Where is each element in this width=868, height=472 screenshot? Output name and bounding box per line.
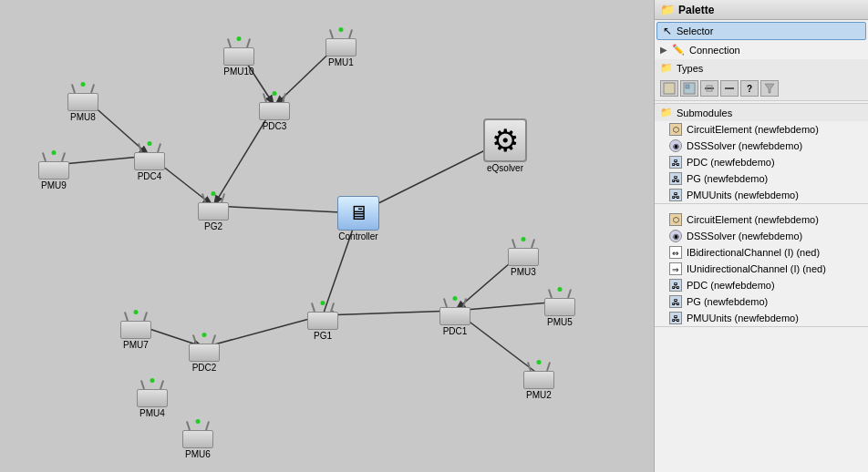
palette-item-pmu[interactable]: 🖧PMUUnits (newfebdemo) <box>655 187 868 203</box>
submodules-section-header-1[interactable]: 📁 Submodules <box>655 104 868 121</box>
types-folder-icon: 📁 <box>660 62 673 74</box>
node-pdc4[interactable]: PDC4 <box>132 141 167 181</box>
device-icon <box>257 91 292 120</box>
node-label: PG1 <box>314 331 332 341</box>
node-pmu7[interactable]: PMU7 <box>119 310 153 350</box>
pmu-icon2: 🖧 <box>669 312 682 324</box>
palette-item2-pg[interactable]: 🖧PG (newfebdemo) <box>655 293 868 310</box>
connection-pencil-icon: ✏️ <box>672 44 685 56</box>
node-label: PDC3 <box>263 121 287 131</box>
device-icon <box>542 287 577 316</box>
palette-connection-item[interactable]: ▶ ✏️ Connection <box>655 42 868 57</box>
submodules-section-1: 📁 Submodules ⬡CircuitElement (newfebdemo… <box>655 104 868 204</box>
channel-icon <box>703 82 716 95</box>
node-pdc1[interactable]: PDC1 <box>438 296 472 336</box>
device-icon <box>506 237 541 266</box>
svg-rect-3 <box>686 85 689 88</box>
toolbar-btn-3[interactable] <box>700 80 718 97</box>
device-icon <box>66 82 100 111</box>
selector-label: Selector <box>677 26 713 36</box>
node-label: PMU6 <box>185 449 211 459</box>
node-pmu1[interactable]: PMU1 <box>324 27 358 67</box>
node-label: PMU8 <box>70 112 96 122</box>
node-pdc2[interactable]: PDC2 <box>187 333 222 373</box>
node-pmu8[interactable]: PMU8 <box>66 82 100 122</box>
pmu-icon: 🖧 <box>669 189 682 201</box>
node-pmu5[interactable]: PMU5 <box>542 287 577 327</box>
dss-icon2: ◉ <box>669 230 682 242</box>
device-icon <box>181 419 215 448</box>
node-pmu9[interactable]: PMU9 <box>36 150 71 190</box>
node-pdc3[interactable]: PDC3 <box>257 91 292 131</box>
toolbar-btn-1[interactable] <box>660 80 678 97</box>
connection-line <box>323 311 455 315</box>
node-pmu4[interactable]: PMU4 <box>135 378 170 418</box>
device-icon <box>132 141 167 170</box>
line-icon <box>723 82 736 95</box>
palette-header: 📁 Palette <box>655 0 868 20</box>
types-section-header[interactable]: 📁 Types <box>655 59 868 77</box>
connections-svg <box>0 0 654 472</box>
node-label: PDC2 <box>192 363 217 373</box>
dss-icon: ◉ <box>669 139 682 152</box>
palette-item-pdc[interactable]: 🖧PDC (newfebdemo) <box>655 154 868 170</box>
toolbar-btn-4[interactable] <box>720 80 739 97</box>
unidir-icon2: ⇒ <box>669 262 682 275</box>
connection-chevron: ▶ <box>660 45 667 55</box>
device-icon <box>187 333 222 362</box>
node-label: PDC4 <box>138 171 162 181</box>
node-label: PMU10 <box>223 67 253 77</box>
palette-item-label: DSSSolver (newfebdemo) <box>687 140 802 151</box>
palette-item-label2: PDC (newfebdemo) <box>687 280 775 291</box>
node-label: Controller <box>338 231 377 241</box>
pdc-icon2: 🖧 <box>669 279 682 292</box>
palette-item-circuit[interactable]: ⬡CircuitElement (newfebdemo) <box>655 121 868 138</box>
palette-item-label: PMUUnits (newfebdemo) <box>687 190 799 200</box>
palette-item-label: CircuitElement (newfebdemo) <box>687 124 819 135</box>
palette-item2-bidir[interactable]: ⇔IBidirectionalChannel (I) (ned) <box>655 244 868 261</box>
palette-item-label2: CircuitElement (newfebdemo) <box>687 214 819 225</box>
selector-cursor-icon: ↖ <box>663 25 672 37</box>
palette-item-label2: DSSSolver (newfebdemo) <box>687 231 802 241</box>
palette-item2-dss[interactable]: ◉DSSSolver (newfebdemo) <box>655 228 868 244</box>
separator <box>655 204 868 211</box>
toolbar-btn-5[interactable]: ? <box>740 80 759 97</box>
pdc-icon: 🖧 <box>669 156 682 169</box>
palette-title: Palette <box>678 4 714 16</box>
pg-icon2: 🖧 <box>669 295 682 308</box>
device-icon <box>522 360 556 389</box>
node-pmu2[interactable]: PMU2 <box>522 360 556 400</box>
toolbar-btn-2[interactable] <box>680 80 698 97</box>
palette-selector-item[interactable]: ↖ Selector <box>656 22 866 40</box>
device-icon <box>324 27 358 56</box>
canvas-area[interactable]: PMU10 PMU1 PMU8 P <box>0 0 654 472</box>
node-pg1[interactable]: PG1 <box>305 301 340 341</box>
palette-toolbar: ? <box>655 77 868 101</box>
palette-item2-pdc[interactable]: 🖧PDC (newfebdemo) <box>655 277 868 293</box>
palette-item-label: PDC (newfebdemo) <box>687 157 775 168</box>
controller-icon: 🖥 <box>337 196 379 231</box>
device-icon <box>196 191 231 221</box>
connection-label: Connection <box>689 45 740 56</box>
node-label: PMU3 <box>511 267 536 277</box>
circuit-icon2: ⬡ <box>669 213 682 226</box>
palette-item-dss[interactable]: ◉DSSSolver (newfebdemo) <box>655 138 868 154</box>
node-controller[interactable]: 🖥 Controller <box>337 196 379 241</box>
node-pg2[interactable]: PG2 <box>196 191 231 231</box>
submodules-list-1: ⬡CircuitElement (newfebdemo)◉DSSSolver (… <box>655 121 868 203</box>
node-label: eQsolver <box>487 163 523 173</box>
node-pmu6[interactable]: PMU6 <box>181 419 215 459</box>
palette-item2-unidir[interactable]: ⇒IUnidirectionalChannel (I) (ned) <box>655 261 868 277</box>
palette-item2-pmu[interactable]: 🖧PMUUnits (newfebdemo) <box>655 310 868 326</box>
device-icon <box>222 36 256 66</box>
palette-item-pg[interactable]: 🖧PG (newfebdemo) <box>655 170 868 187</box>
node-pmu10[interactable]: PMU10 <box>222 36 256 77</box>
toolbar-btn-6[interactable] <box>760 80 779 97</box>
palette-item2-circuit[interactable]: ⬡CircuitElement (newfebdemo) <box>655 211 868 228</box>
palette-content[interactable]: ↖ Selector ▶ ✏️ Connection 📁 Types <box>655 20 868 472</box>
node-eqsolver[interactable]: ⚙ eQsolver <box>483 118 527 173</box>
node-pmu3[interactable]: PMU3 <box>506 237 541 277</box>
compound-module-icon <box>683 82 696 95</box>
submodules-section-2: ⬡CircuitElement (newfebdemo)◉DSSSolver (… <box>655 211 868 327</box>
device-icon <box>305 301 340 330</box>
